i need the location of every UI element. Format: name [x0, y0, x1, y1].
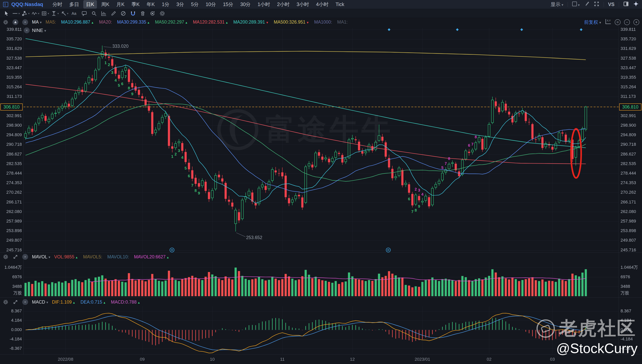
indicator-value[interactable]: MAVOL20:6627▲ — [134, 254, 169, 260]
indicator-label: MA20: — [99, 20, 112, 24]
close-icon[interactable]: × — [22, 299, 28, 305]
indicator-number: 0.715 — [91, 300, 102, 304]
search-icon[interactable] — [90, 10, 98, 17]
indicator-value[interactable]: MAVOL10: — [107, 254, 129, 260]
indicator-label: DIF: — [52, 300, 61, 304]
top-toolbar-right: 显示▾ ▾ VS — [551, 1, 639, 8]
indicator-value[interactable]: DEA:0.715▲ — [81, 300, 106, 305]
panel-layout-icon[interactable] — [623, 1, 629, 8]
star-icon[interactable] — [633, 1, 639, 8]
expand-icon[interactable] — [13, 299, 18, 305]
replay-icon[interactable] — [148, 10, 157, 17]
mavol-dropdown[interactable]: MAVOL▾ — [32, 254, 50, 260]
close-icon[interactable]: × — [24, 28, 30, 33]
close-icon[interactable]: × — [22, 254, 28, 260]
tab-Tick[interactable]: Tick — [333, 0, 347, 8]
down-triangle-icon: ▼ — [306, 21, 309, 24]
zoom-out-button[interactable]: − — [624, 19, 630, 25]
compare-button[interactable]: VS — [608, 2, 614, 7]
tab-1分[interactable]: 1分 — [159, 0, 172, 8]
up-triangle-icon: ▲ — [137, 301, 140, 304]
separator — [603, 2, 604, 7]
top-toolbar: QQQ:Nasdaq 分时多日日K周K月K季K年K1分3分5分10分15分30分… — [0, 0, 642, 9]
candlestick-chart-canvas[interactable] — [0, 26, 642, 364]
indicator-value[interactable]: MAVOL5: — [83, 254, 102, 260]
comment-icon[interactable] — [80, 10, 89, 17]
tab-5分[interactable]: 5分 — [188, 0, 201, 8]
indicator-value[interactable]: MA1000: — [314, 20, 332, 25]
macd-dropdown[interactable]: MACD▾ — [32, 300, 48, 305]
tab-分时[interactable]: 分时 — [50, 0, 65, 8]
tab-15分[interactable]: 15分 — [220, 0, 236, 8]
gear-icon[interactable] — [3, 299, 9, 305]
symbol-label: QQQ:Nasdaq — [11, 1, 43, 8]
trend-line-icon[interactable]: ▾ — [12, 10, 20, 17]
style-icon[interactable] — [13, 19, 18, 25]
adjust-dropdown[interactable]: 前复权▾ — [584, 19, 601, 25]
cursor-icon[interactable] — [2, 10, 11, 17]
ma-values: MA5:MA10:296.887▲MA20:MA30:299.335▲MA50:… — [46, 20, 348, 25]
nine-dropdown[interactable]: NINE▾ — [32, 28, 46, 33]
hide-drawings-icon[interactable] — [119, 10, 128, 17]
up-triangle-icon: ▲ — [103, 301, 106, 304]
indicator-value[interactable]: VOL:9855▲ — [54, 254, 78, 260]
axis-settings-icon[interactable]: X,Y — [604, 19, 611, 26]
timeframe-tabs: 分时多日日K周K月K季K年K1分3分5分10分15分30分1小时2小时3小时4小… — [50, 0, 347, 8]
annotation-ellipse[interactable] — [569, 127, 583, 180]
tab-2小时[interactable]: 2小时 — [274, 0, 292, 8]
arrow-icon[interactable]: ▾ — [61, 10, 69, 17]
brush-icon[interactable] — [584, 1, 589, 8]
display-dropdown[interactable]: 显示▾ — [551, 1, 563, 8]
chart-frame-dropdown[interactable]: ▾ — [572, 2, 580, 8]
indicator-value[interactable]: MA120:282.531▲ — [193, 20, 228, 25]
tab-季K[interactable]: 季K — [129, 0, 142, 8]
tab-年K[interactable]: 年K — [144, 0, 158, 8]
indicator-label: DEA: — [81, 300, 91, 304]
indicator-value[interactable]: MA20: — [99, 20, 112, 25]
tab-1小时[interactable]: 1小时 — [255, 0, 273, 8]
tab-3小时[interactable]: 3小时 — [294, 0, 312, 8]
indicator-value[interactable]: MA30:299.335▲ — [117, 20, 150, 25]
zoom-in-button[interactable]: + — [633, 19, 639, 25]
indicator-value[interactable]: MACD:0.788▲ — [111, 300, 140, 305]
indicator-number: 6627 — [156, 254, 166, 259]
close-icon[interactable]: × — [22, 19, 28, 25]
wave-icon[interactable]: ▾ — [31, 10, 40, 17]
tab-月K[interactable]: 月K — [114, 0, 127, 8]
indicator-value[interactable]: MA500:326.951▼ — [274, 20, 309, 25]
magnet-icon[interactable] — [129, 10, 137, 17]
fullscreen-icon[interactable] — [594, 1, 599, 8]
auto-scale-button[interactable]: = — [615, 19, 620, 25]
indicator-value[interactable]: MA50:292.297▲ — [155, 20, 188, 25]
up-triangle-icon: ▲ — [75, 256, 78, 259]
tab-日K[interactable]: 日K — [83, 0, 97, 8]
text-icon[interactable]: Aa — [70, 10, 79, 17]
pencil-icon[interactable] — [109, 10, 118, 17]
tab-多日[interactable]: 多日 — [67, 0, 82, 8]
indicator-value[interactable]: DIF:1.109▲ — [52, 300, 76, 305]
indicator-value[interactable]: MA5: — [46, 20, 56, 25]
shape-icon[interactable]: ▾ — [22, 10, 30, 17]
position-chart-icon[interactable] — [100, 10, 108, 17]
measure-icon[interactable]: ▾ — [51, 10, 59, 17]
indicator-number: 289.391 — [249, 20, 265, 24]
period-low-label: 253.652 — [246, 235, 262, 240]
pattern-icon[interactable]: ▾ — [41, 10, 50, 17]
up-triangle-icon: ▲ — [73, 301, 76, 304]
indicator-value[interactable]: MA10:296.887▲ — [61, 20, 94, 25]
gear-icon[interactable] — [3, 254, 9, 260]
indicator-value[interactable]: MA1: — [337, 20, 348, 25]
gear-icon[interactable] — [3, 19, 9, 25]
indicator-value[interactable]: MA200:289.391▼ — [233, 20, 268, 25]
tab-3分[interactable]: 3分 — [174, 0, 187, 8]
chart-window-icon[interactable] — [3, 2, 8, 7]
tab-周K[interactable]: 周K — [99, 0, 112, 8]
separator — [619, 2, 619, 7]
tab-4小时[interactable]: 4小时 — [313, 0, 331, 8]
tab-10分[interactable]: 10分 — [203, 0, 219, 8]
settings-icon[interactable] — [158, 10, 167, 17]
expand-icon[interactable] — [13, 254, 18, 260]
trash-icon[interactable] — [138, 10, 147, 17]
ma-group-dropdown[interactable]: MA▾ — [32, 20, 42, 25]
tab-30分[interactable]: 30分 — [237, 0, 253, 8]
